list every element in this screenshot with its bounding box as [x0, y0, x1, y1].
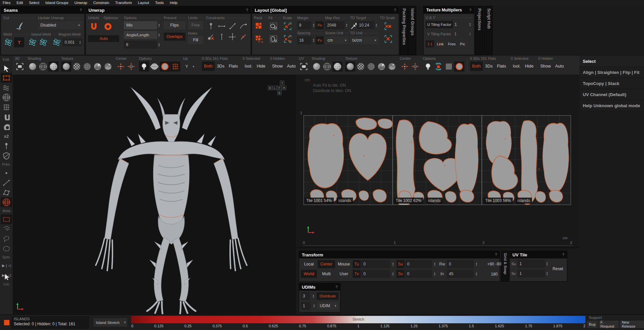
- section-uv-channel[interactable]: UV Channel (Default): [579, 89, 644, 100]
- uv-seams-toggle-button[interactable]: [454, 61, 464, 72]
- uv-tile-reset-button[interactable]: Reset: [550, 260, 565, 278]
- udims-help-button[interactable]: ?: [335, 285, 337, 289]
- uv-tile-header[interactable]: UV Tile?: [510, 251, 567, 258]
- texture-image-alt-button[interactable]: [103, 61, 113, 72]
- cut-tool-icon[interactable]: [15, 21, 24, 30]
- unwrap-help-button[interactable]: ?: [246, 8, 248, 12]
- tu-spinner[interactable]: 0: [361, 260, 390, 268]
- center-view-button[interactable]: [116, 61, 126, 72]
- in-spinner[interactable]: 45: [447, 270, 474, 278]
- td-target-spinner[interactable]: 10.24: [357, 21, 374, 29]
- ratio-one-to-one-button[interactable]: 1:1: [426, 40, 434, 47]
- uv-show-both-button[interactable]: Both: [470, 61, 483, 71]
- spin-down-icon[interactable]: ▼: [312, 296, 314, 298]
- constraint-remove-pin-button[interactable]: [206, 32, 216, 42]
- constraint-curve-button[interactable]: [238, 21, 248, 31]
- pin-tool[interactable]: [1, 141, 12, 151]
- constraint-pin-button[interactable]: [206, 21, 216, 31]
- udims-header[interactable]: UDIMs?: [299, 283, 340, 291]
- spin-down-icon[interactable]: ▼: [158, 35, 160, 37]
- uv-texture-grid-button[interactable]: [366, 61, 376, 72]
- optimize-button[interactable]: [104, 22, 114, 32]
- spin-down-icon[interactable]: ▼: [313, 306, 315, 308]
- spacing-spinner[interactable]: 16: [297, 36, 312, 44]
- pivot-center-button[interactable]: Center: [318, 260, 335, 268]
- uv-tile-help-button[interactable]: ?: [562, 253, 564, 257]
- viewcube-bottom[interactable]: B: [277, 91, 282, 95]
- rotate-minus90-button[interactable]: -90: [496, 262, 501, 266]
- free-ratio-button[interactable]: Free: [446, 40, 457, 47]
- point-mode-button[interactable]: [1, 168, 12, 178]
- uv-shading-wire-button[interactable]: [322, 61, 332, 72]
- select-cursor-tool[interactable]: [1, 63, 12, 73]
- udim-count-spinner[interactable]: 3: [301, 292, 310, 300]
- spacing-px-button[interactable]: Px: [316, 36, 324, 44]
- scene-unit-dropdown[interactable]: cm▼: [325, 36, 349, 44]
- uv-isolate-button[interactable]: Isol.: [511, 61, 523, 71]
- menu-transform[interactable]: Transform: [115, 1, 132, 5]
- scale-p-button[interactable]: [283, 21, 293, 31]
- uv-shading-flat-button[interactable]: [312, 61, 322, 72]
- frame-all-uv-button[interactable]: [299, 61, 309, 72]
- tv-spinner[interactable]: 0: [361, 270, 390, 278]
- pack-selected-button[interactable]: [254, 34, 264, 44]
- sphere-deform-tool[interactable]: [1, 92, 12, 102]
- tab-packing-properties[interactable]: Packing Properties: [400, 6, 408, 55]
- pivot-user-button[interactable]: User: [336, 270, 352, 278]
- rotate-plus90-button[interactable]: +90: [487, 262, 494, 266]
- menu-edit[interactable]: Edit: [16, 1, 23, 5]
- spin-down-icon[interactable]: ▼: [546, 274, 548, 276]
- symmetry-setup-button[interactable]: ▶❘◁: [1, 271, 12, 280]
- spin-down-icon[interactable]: ▼: [313, 25, 315, 27]
- spin-down-icon[interactable]: ▼: [469, 34, 471, 36]
- island-weld-button-a[interactable]: [28, 37, 38, 47]
- show-flats-button[interactable]: Flats: [227, 61, 240, 71]
- x2-tool[interactable]: x2: [1, 131, 12, 141]
- uv-center-view-button[interactable]: [400, 61, 410, 72]
- frame-all-3d-button[interactable]: [15, 61, 25, 72]
- pic-button[interactable]: Pic: [458, 40, 467, 47]
- map-rez-spinner[interactable]: 2048: [325, 21, 345, 29]
- uv-texture-checker-button[interactable]: [356, 61, 366, 72]
- auto-show-button[interactable]: Auto: [285, 61, 298, 71]
- unfold-button[interactable]: [90, 22, 100, 32]
- show-both-button[interactable]: Both: [202, 61, 215, 71]
- td-unit-dropdown[interactable]: tx/cm▼: [350, 36, 379, 44]
- rw-spinner[interactable]: 0: [447, 260, 474, 268]
- texture-checker-button[interactable]: [72, 61, 82, 72]
- pivot-multi-button[interactable]: Multi: [318, 270, 335, 278]
- uv-hide-button[interactable]: Hide: [523, 61, 536, 71]
- spin-down-icon[interactable]: ▼: [346, 25, 348, 27]
- limits-free-button[interactable]: Free: [188, 21, 203, 29]
- edge-mode-button[interactable]: [1, 178, 12, 188]
- tab-island-groups[interactable]: Island Groups: [408, 6, 416, 55]
- viewcube-left[interactable]: L: [273, 86, 277, 90]
- tab-script-hub[interactable]: Script Hub: [484, 6, 493, 55]
- constraint-remove-edge-button[interactable]: [238, 32, 248, 42]
- layout-header[interactable]: Layout [Global]?: [252, 6, 399, 14]
- island-mode-button[interactable]: [1, 197, 12, 207]
- su-label-button[interactable]: Su: [396, 260, 404, 268]
- uv-texture-none-button[interactable]: [345, 61, 355, 72]
- feature-request-button[interactable]: F. Request: [599, 321, 619, 328]
- viewport-3d[interactable]: T B L F R B: [13, 75, 296, 314]
- weld-button[interactable]: [3, 37, 13, 47]
- section-align[interactable]: Align | Straighten | Flip | Fit: [579, 67, 644, 78]
- hide-button[interactable]: Hide: [255, 61, 267, 71]
- constraint-vertical-button[interactable]: [217, 32, 227, 42]
- texture-none-button[interactable]: [61, 61, 71, 72]
- spin-down-icon[interactable]: ▼: [546, 264, 548, 266]
- space-world-button[interactable]: World: [301, 270, 317, 278]
- menu-tools[interactable]: Tools: [155, 1, 164, 5]
- spin-down-icon[interactable]: ▼: [158, 25, 160, 27]
- uv-show-3ds-button[interactable]: 3Ds: [483, 61, 495, 71]
- stretch-gradient-bar[interactable]: Stretch: [131, 316, 585, 323]
- viewcube-front[interactable]: F: [277, 86, 282, 90]
- uv-islands-map[interactable]: [303, 115, 571, 205]
- su-spinner[interactable]: 0: [405, 260, 432, 268]
- spin-down-icon[interactable]: ▼: [79, 42, 81, 44]
- td-scale-all-button[interactable]: [383, 21, 393, 31]
- spin-down-icon[interactable]: ▼: [158, 45, 160, 47]
- sv-label-button[interactable]: Sv: [396, 270, 404, 278]
- up-axis-dropdown[interactable]: Y▼: [183, 63, 196, 71]
